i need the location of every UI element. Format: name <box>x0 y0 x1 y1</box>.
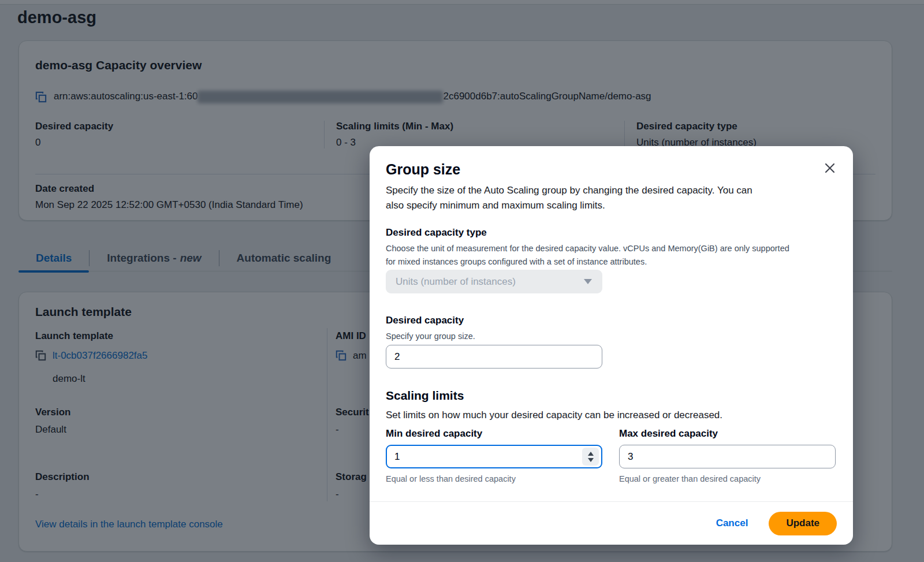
min-desired-capacity-field-wrap <box>386 445 602 468</box>
max-desired-capacity-input[interactable] <box>619 445 836 468</box>
desired-capacity-type-label: Desired capacity type <box>386 227 487 239</box>
scaling-limits-title: Scaling limits <box>386 389 464 403</box>
stepper-down-icon[interactable] <box>588 458 594 462</box>
update-button[interactable]: Update <box>769 512 837 535</box>
min-desired-capacity-input[interactable] <box>386 445 602 468</box>
desired-capacity-type-select[interactable]: Units (number of instances) <box>386 270 602 293</box>
group-size-modal: Group size Specify the size of the Auto … <box>370 146 853 545</box>
min-constraint-text: Equal or less than desired capacity <box>386 474 516 483</box>
desired-capacity-type-description: Choose the unit of measurement for the d… <box>386 242 790 269</box>
chevron-down-icon <box>584 279 592 284</box>
modal-footer: Cancel Update <box>386 502 837 545</box>
modal-description: Specify the size of the Auto Scaling gro… <box>386 183 767 213</box>
desired-capacity-input[interactable] <box>386 345 602 369</box>
scaling-limits-description: Set limits on how much your desired capa… <box>386 410 722 421</box>
close-icon[interactable] <box>821 159 839 177</box>
selected-option-label: Units (number of instances) <box>396 276 516 288</box>
max-constraint-text: Equal or greater than desired capacity <box>619 474 761 483</box>
modal-title: Group size <box>386 161 460 178</box>
max-desired-capacity-field-wrap <box>619 445 836 468</box>
cancel-button[interactable]: Cancel <box>716 518 748 529</box>
max-desired-capacity-label: Max desired capacity <box>619 428 718 440</box>
desired-capacity-label: Desired capacity <box>386 315 464 326</box>
desired-capacity-field-wrap <box>386 345 602 369</box>
number-stepper[interactable] <box>582 448 599 466</box>
desired-capacity-hint: Specify your group size. <box>386 330 475 343</box>
stepper-up-icon[interactable] <box>588 452 594 456</box>
min-desired-capacity-label: Min desired capacity <box>386 428 482 440</box>
